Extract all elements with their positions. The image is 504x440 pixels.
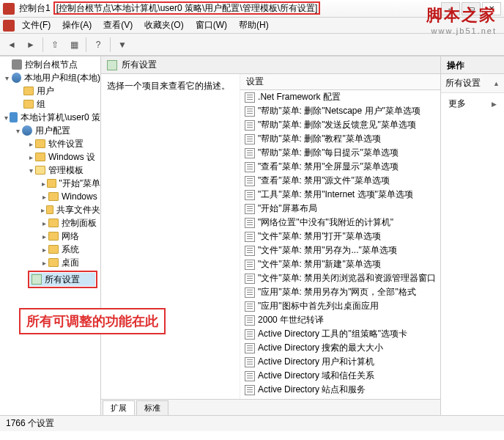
folder-icon	[23, 87, 34, 95]
tree-system[interactable]: ▸系统	[0, 243, 100, 256]
menu-action[interactable]: 操作(A)	[58, 18, 96, 33]
tree-windows-settings[interactable]: ▸Windows 设	[0, 150, 100, 164]
tab-standard[interactable]: 标准	[136, 400, 168, 415]
tree-windows-comp[interactable]: ▸Windows	[0, 190, 100, 203]
tree-local-users[interactable]: ▾本地用户和组(本地)	[0, 71, 100, 84]
setting-item-icon	[245, 315, 255, 326]
content-header: 所有设置	[101, 56, 440, 74]
main-area: 控制台根节点 ▾本地用户和组(本地) 用户 组 ▾本地计算机\user0 策 ▾…	[0, 56, 504, 415]
policy-icon	[10, 112, 18, 122]
setting-item-icon	[245, 260, 255, 270]
actions-more[interactable]: 更多▶	[441, 93, 504, 114]
folder-icon	[48, 245, 59, 254]
list-item[interactable]: "文件"菜单: 禁用"打开"菜单选项	[240, 230, 440, 243]
description-text: 选择一个项目来查看它的描述。	[107, 80, 234, 92]
list-item[interactable]: "文件"菜单: 禁用"新建"菜单选项	[240, 257, 440, 271]
list-item[interactable]: "帮助"菜单: 删除"每日提示"菜单选项	[240, 146, 440, 160]
menu-help[interactable]: 帮助(H)	[234, 18, 273, 33]
list-item[interactable]: "应用"菜单: 禁用另存为"网页，全部"格式	[240, 285, 440, 299]
actions-pane: 操作 所有设置▲ 更多▶	[441, 56, 504, 415]
setting-item-icon	[245, 287, 255, 298]
users-group-icon	[12, 73, 21, 83]
status-text: 1766 个设置	[6, 417, 54, 430]
help-button[interactable]: ?	[91, 37, 105, 52]
nav-back-button[interactable]: ◄	[4, 37, 19, 52]
tree-all-settings[interactable]: 所有设置	[30, 273, 95, 286]
list-item[interactable]: Active Directory 站点和服务	[240, 383, 440, 397]
description-column: 选择一个项目来查看它的描述。	[101, 74, 240, 399]
list-item[interactable]: "开始"屏幕布局	[240, 202, 440, 216]
menu-file[interactable]: 文件(F)	[18, 18, 55, 33]
list-item-label: "文件"菜单: 禁用关闭浏览器和资源管理器窗口	[258, 272, 436, 285]
folder-icon	[35, 153, 45, 161]
list-item-label: "文件"菜单: 禁用"新建"菜单选项	[258, 258, 381, 271]
separator	[86, 37, 86, 52]
setting-item-icon	[245, 204, 255, 214]
list-item[interactable]: Active Directory 用户和计算机	[240, 355, 440, 369]
settings-list: .Net Framework 配置"帮助"菜单: 删除"Netscape 用户"…	[240, 90, 440, 399]
list-item[interactable]: 2000 年世纪转译	[240, 313, 440, 327]
setting-item-icon	[245, 385, 255, 395]
setting-item-icon	[245, 218, 255, 228]
list-item[interactable]: Active Directory 搜索的最大大小	[240, 341, 440, 355]
separator	[110, 37, 111, 52]
nav-forward-button[interactable]: ►	[23, 37, 38, 52]
tree-policy[interactable]: ▾本地计算机\user0 策	[0, 111, 100, 124]
tree-admin-templates[interactable]: ▾管理模板	[0, 164, 100, 177]
tree-shared-folders[interactable]: ▸共享文件夹	[0, 203, 100, 216]
chevron-up-icon[interactable]: ▲	[493, 80, 500, 87]
tab-extended[interactable]: 扩展	[103, 400, 135, 415]
list-item[interactable]: "应用"图标中首先列出桌面应用	[240, 299, 440, 313]
menu-favorites[interactable]: 收藏夹(O)	[140, 18, 188, 33]
setting-item-icon	[245, 148, 255, 158]
minimize-button[interactable]: –	[441, 2, 460, 15]
list-item-label: "查看"菜单: 禁用"全屏显示"菜单选项	[258, 161, 399, 173]
setting-item-icon	[245, 176, 255, 186]
tree-root[interactable]: 控制台根节点	[0, 58, 100, 71]
list-item[interactable]: "查看"菜单: 禁用"全屏显示"菜单选项	[240, 160, 440, 174]
menu-window[interactable]: 窗口(W)	[191, 18, 231, 33]
tree-user-config[interactable]: ▾用户配置	[0, 124, 100, 137]
setting-item-icon	[245, 232, 255, 242]
annotation-callout: 所有可调整的功能在此	[19, 308, 166, 334]
mmc-icon	[3, 20, 15, 32]
close-button[interactable]: ✕	[482, 2, 501, 15]
setting-item-icon	[245, 246, 255, 256]
tree-start-menu[interactable]: ▸"开始"菜单	[0, 177, 100, 190]
tree-desktop[interactable]: ▸桌面	[0, 256, 100, 269]
list-item-label: .Net Framework 配置	[258, 91, 341, 103]
list-item[interactable]: .Net Framework 配置	[240, 90, 440, 104]
list-item[interactable]: Active Directory 工具的"组策略"选项卡	[240, 327, 440, 341]
list-item[interactable]: "帮助"菜单: 删除"Netscape 用户"菜单选项	[240, 104, 440, 118]
menubar: 文件(F) 操作(A) 查看(V) 收藏夹(O) 窗口(W) 帮助(H)	[0, 18, 504, 34]
tree-software[interactable]: ▸软件设置	[0, 137, 100, 150]
list-item-label: "工具"菜单: 禁用"Internet 选项"菜单选项	[258, 188, 413, 201]
list-header[interactable]: 设置	[240, 74, 440, 90]
setting-item-icon	[245, 274, 255, 284]
list-item[interactable]: "文件"菜单: 禁用关闭浏览器和资源管理器窗口	[240, 271, 440, 285]
list-item[interactable]: "网络位置"中没有"我附近的计算机"	[240, 216, 440, 230]
list-item-label: "帮助"菜单: 删除"发送反馈意见"菜单选项	[258, 119, 416, 131]
list-item-label: "应用"菜单: 禁用另存为"网页，全部"格式	[258, 286, 416, 298]
list-item-label: Active Directory 站点和服务	[258, 384, 366, 396]
list-item-label: Active Directory 搜索的最大大小	[258, 342, 383, 354]
list-item[interactable]: "工具"菜单: 禁用"Internet 选项"菜单选项	[240, 188, 440, 202]
show-hide-button[interactable]: ▦	[67, 37, 81, 52]
maximize-button[interactable]: ▭	[462, 2, 481, 15]
menu-view[interactable]: 查看(V)	[99, 18, 137, 33]
list-item[interactable]: "帮助"菜单: 删除"教程"菜单选项	[240, 132, 440, 146]
tree-network[interactable]: ▸网络	[0, 230, 100, 243]
list-item[interactable]: Active Directory 域和信任关系	[240, 369, 440, 383]
setting-item-icon	[245, 92, 255, 103]
tree-users[interactable]: 用户	[0, 84, 100, 98]
list-item-label: "开始"屏幕布局	[258, 202, 317, 215]
up-button[interactable]: ⇧	[48, 37, 62, 52]
tree-groups[interactable]: 组	[0, 98, 100, 111]
setting-item-icon	[245, 162, 255, 172]
filter-button[interactable]: ▼	[115, 37, 130, 52]
list-item[interactable]: "文件"菜单: 禁用"另存为..."菜单选项	[240, 243, 440, 257]
list-item[interactable]: "帮助"菜单: 删除"发送反馈意见"菜单选项	[240, 118, 440, 132]
chevron-right-icon: ▶	[492, 100, 497, 108]
list-item[interactable]: "查看"菜单: 禁用"源文件"菜单选项	[240, 174, 440, 188]
tree-control-panel[interactable]: ▸控制面板	[0, 216, 100, 230]
